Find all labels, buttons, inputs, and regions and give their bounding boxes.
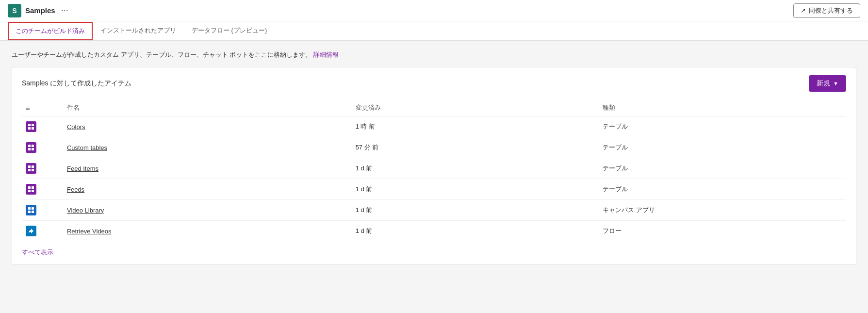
item-type-icon: [26, 184, 36, 195]
icon-cell: [22, 200, 63, 221]
svg-rect-19: [32, 211, 34, 213]
svg-rect-2: [28, 127, 31, 130]
type-cell: フロー: [599, 221, 846, 242]
svg-rect-7: [32, 148, 34, 150]
item-name-link[interactable]: Feed Items: [67, 165, 98, 172]
item-name-link[interactable]: Custom tables: [67, 144, 107, 151]
item-type-icon: [26, 142, 36, 153]
svg-rect-6: [28, 148, 31, 150]
icon-cell: [22, 137, 63, 158]
modified-cell: 57 分 前: [352, 137, 599, 158]
col-type-header[interactable]: 種類: [599, 99, 846, 116]
type-cell: テーブル: [599, 158, 846, 179]
chevron-down-icon: ▼: [833, 81, 838, 86]
share-icon: ↗: [801, 7, 806, 14]
icon-cell: [22, 221, 63, 242]
items-card: Samples に対して作成したアイテム 新規 ▼ ≡ 件名 変更済み: [12, 67, 856, 265]
item-name-link[interactable]: Colors: [67, 123, 85, 131]
name-cell: Colors: [63, 116, 352, 137]
table-row: Feeds1 d 前テーブル: [22, 179, 846, 200]
svg-rect-3: [32, 127, 34, 130]
icon-cell: [22, 179, 63, 200]
svg-rect-5: [32, 145, 34, 147]
description-link[interactable]: 詳細情報: [313, 51, 339, 58]
svg-rect-11: [32, 169, 34, 171]
item-name-link[interactable]: Video Library: [67, 207, 104, 214]
svg-rect-18: [28, 211, 31, 213]
col-name-header[interactable]: 件名: [63, 99, 352, 116]
item-name-link[interactable]: Retrieve Videos: [67, 228, 112, 235]
item-type-icon: [26, 226, 36, 236]
col-sort-header: ≡: [22, 99, 63, 116]
icon-cell: [22, 158, 63, 179]
name-cell: Feed Items: [63, 158, 352, 179]
col-modified-header[interactable]: 変更済み: [352, 99, 599, 116]
type-cell: テーブル: [599, 137, 846, 158]
modified-cell: 1 d 前: [352, 200, 599, 221]
table-row: Video Library1 d 前キャンバス アプリ: [22, 200, 846, 221]
card-title: Samples に対して作成したアイテム: [22, 79, 131, 88]
name-cell: Retrieve Videos: [63, 221, 352, 242]
type-cell: テーブル: [599, 179, 846, 200]
svg-rect-1: [32, 124, 34, 126]
icon-cell: [22, 116, 63, 137]
share-button[interactable]: ↗ 同僚と共有する: [793, 3, 860, 18]
app-icon: S: [8, 4, 21, 17]
modified-cell: 1 時 前: [352, 116, 599, 137]
new-button[interactable]: 新規 ▼: [809, 75, 846, 92]
svg-rect-17: [32, 207, 34, 210]
svg-rect-13: [32, 186, 34, 189]
description-text: ユーザーやチームが作成したカスタム アプリ、テーブル、フロー、チャット ボットを…: [12, 50, 856, 59]
svg-rect-10: [28, 169, 31, 171]
item-name-link[interactable]: Feeds: [67, 186, 84, 193]
type-cell: キャンバス アプリ: [599, 200, 846, 221]
table-header-row: ≡ 件名 変更済み 種類: [22, 99, 846, 116]
svg-rect-12: [28, 186, 31, 189]
name-cell: Feeds: [63, 179, 352, 200]
tab-installed[interactable]: インストールされたアプリ: [93, 21, 184, 41]
item-type-icon: [26, 205, 36, 215]
table-row: Colors1 時 前テーブル: [22, 116, 846, 137]
svg-rect-15: [32, 190, 34, 192]
items-table: ≡ 件名 変更済み 種類 Co: [22, 99, 846, 241]
svg-rect-9: [32, 165, 34, 168]
tab-built[interactable]: このチームがビルド済み: [8, 22, 93, 40]
sort-icon: ≡: [26, 104, 30, 112]
svg-rect-4: [28, 145, 31, 147]
item-type-icon: [26, 121, 36, 132]
table-row: Retrieve Videos1 d 前フロー: [22, 221, 846, 242]
app-menu-dots[interactable]: ···: [59, 5, 70, 16]
svg-rect-8: [28, 165, 31, 168]
type-cell: テーブル: [599, 116, 846, 137]
main-content: ユーザーやチームが作成したカスタム アプリ、テーブル、フロー、チャット ボットを…: [0, 41, 868, 275]
card-header: Samples に対して作成したアイテム 新規 ▼: [22, 75, 846, 92]
table-row: Custom tables57 分 前テーブル: [22, 137, 846, 158]
modified-cell: 1 d 前: [352, 158, 599, 179]
top-bar-left: S Samples ···: [8, 4, 70, 17]
tab-dataflow[interactable]: データフロー (プレビュー): [184, 21, 275, 41]
table-row: Feed Items1 d 前テーブル: [22, 158, 846, 179]
top-bar: S Samples ··· ↗ 同僚と共有する: [0, 0, 868, 21]
modified-cell: 1 d 前: [352, 179, 599, 200]
item-type-icon: [26, 163, 36, 174]
svg-rect-0: [28, 124, 31, 126]
name-cell: Video Library: [63, 200, 352, 221]
modified-cell: 1 d 前: [352, 221, 599, 242]
app-title: Samples: [25, 6, 55, 15]
svg-rect-14: [28, 190, 31, 192]
svg-rect-16: [28, 207, 31, 210]
nav-tabs: このチームがビルド済み インストールされたアプリ データフロー (プレビュー): [0, 21, 868, 41]
show-all-link[interactable]: すべて表示: [22, 248, 53, 257]
name-cell: Custom tables: [63, 137, 352, 158]
